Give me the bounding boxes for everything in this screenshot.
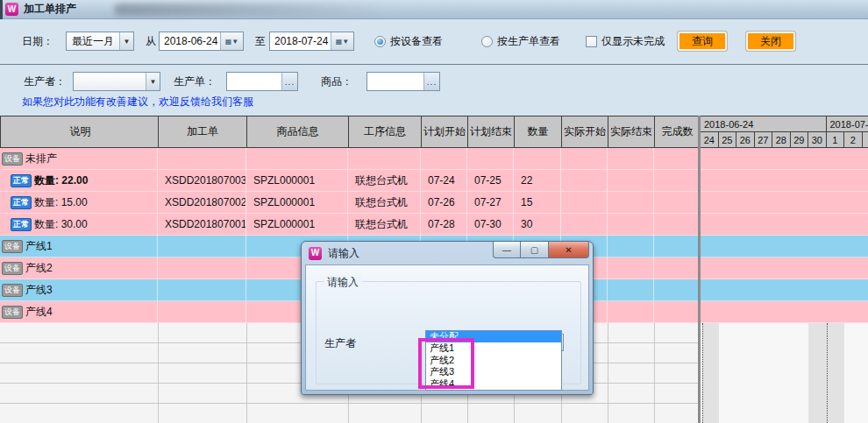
day-header: 2 [844,132,863,148]
device-badge: 设备 [2,306,23,319]
plan-end: 07-30 [467,214,514,235]
radio-selected-icon [374,36,386,47]
feedback-hint-link[interactable]: 如果您对此功能有改善建议，欢迎反馈给我们客服 [22,95,253,109]
order-input[interactable] [227,73,281,90]
chevron-down-icon[interactable]: ▼ [119,32,133,50]
order-no: XSDD201807003/J [158,170,246,191]
qty-desc: 数量: 15.00 [34,195,88,210]
radio-view-by-device[interactable]: 按设备查看 [374,32,443,51]
filter-row-1: 日期： 最近一月 ▼ 从 2018-06-24 ▦▼ 至 2018-07-24 … [0,26,868,56]
status-badge: 正常 [11,196,32,209]
dialog-title-bar[interactable]: W 请输入 — ▢ ✕ [302,242,593,264]
device-name: 产线4 [25,305,53,320]
day-header: 29 [791,132,809,148]
app-logo-icon: W [5,3,18,16]
separator [0,64,868,65]
table-row[interactable]: 正常数量: 30.00 XSDD201807001/J SPZL000001 联… [0,214,868,236]
status-badge: 正常 [11,218,32,231]
browse-products-button[interactable]: ... [423,73,439,90]
to-label: 至 [255,34,266,49]
order-no: XSDD201807001/J [158,214,246,235]
product-info: SPZL000001 [246,170,348,191]
quantity: 15 [514,192,561,213]
device-badge: 设备 [2,284,23,297]
day-header: 24 [701,132,719,148]
order-input-group: ... [226,72,298,91]
order-label: 生产单： [174,74,216,89]
column-header[interactable]: 说明 [1,116,159,147]
radio-view-by-order[interactable]: 按生产单查看 [481,32,560,51]
checkbox-only-unfinished[interactable]: 仅显示未完成 [586,32,665,51]
column-header[interactable]: 数量 [515,116,562,147]
device-badge: 设备 [2,152,23,166]
gantt-date-header: 2018-06-24 2018-07- 24 25 26 27 28 29 30… [701,116,868,148]
device-name: 产线3 [25,283,53,298]
producer-field-label: 生产者 [324,336,356,351]
radio-unselected-icon [481,36,493,47]
annotation-highlight-box [418,338,474,389]
gantt-divider [698,116,701,423]
device-badge: 设备 [2,240,23,253]
from-label: 从 [146,34,156,49]
date-group-header: 2018-07- [827,116,868,131]
column-header[interactable]: 加工单 [159,116,247,147]
window-edge [0,0,3,19]
column-header[interactable]: 工序信息 [349,116,422,147]
chevron-down-icon[interactable]: ▼ [146,73,160,90]
from-date-picker[interactable]: 2018-06-24 ▦▼ [159,32,244,51]
checkbox-icon [586,36,597,47]
plan-end: 07-27 [467,192,514,213]
product-info: SPZL000001 [246,192,348,213]
quantity: 22 [514,170,561,191]
browse-orders-button[interactable]: ... [281,73,297,90]
producer-select[interactable]: ▼ [73,72,160,91]
calendar-icon[interactable]: ▦▼ [331,32,353,50]
day-header: 25 [719,132,737,148]
column-header[interactable]: 商品信息 [247,116,349,147]
day-header: 1 [827,132,845,148]
status-badge: 正常 [11,174,32,187]
device-badge: 设备 [2,262,23,275]
app-window: W 加工单排产 日期： 最近一月 ▼ 从 2018-06-24 ▦▼ 至 201… [0,0,868,423]
page-title: 加工单排产 [24,2,76,17]
date-label: 日期： [22,34,53,49]
process-info: 联想台式机 [348,170,421,191]
date-preset-select[interactable]: 最近一月 ▼ [66,32,134,51]
column-header[interactable]: 计划结束 [468,116,515,147]
close-button[interactable]: 关闭 [745,31,796,52]
qty-desc: 数量: 30.00 [34,217,88,232]
column-header[interactable]: 计划开始 [422,116,468,147]
process-info: 联想台式机 [348,214,421,235]
query-button[interactable]: 查询 [677,31,728,52]
product-input-group: ... [366,72,440,91]
device-group-row[interactable]: 设备未排产 [0,148,868,170]
column-header[interactable]: 实际结束 [608,116,655,147]
maximize-button[interactable]: ▢ [521,242,549,258]
product-label: 商品： [321,74,352,89]
process-info: 联想台式机 [348,192,421,213]
producer-label: 生产者： [24,74,66,89]
device-name: 未排产 [25,152,57,166]
gantt-empty-area [701,323,868,423]
table-row[interactable]: 正常数量: 15.00 XSDD201807002/J SPZL000001 联… [0,192,868,214]
column-header[interactable]: 实际开始 [562,116,608,147]
minimize-button[interactable]: — [493,242,521,258]
calendar-icon[interactable]: ▦▼ [220,32,243,50]
title-bar: W 加工单排产 [0,0,868,19]
date-group-header: 2018-06-24 [701,116,827,131]
day-header: 30 [808,132,827,148]
table-header: 说明 加工单 商品信息 工序信息 计划开始 计划结束 数量 实际开始 实际结束 … [0,116,701,148]
plan-end: 07-25 [467,170,514,191]
qty-desc: 数量: 22.00 [34,173,88,188]
to-date-picker[interactable]: 2018-07-24 ▦▼ [269,32,354,51]
month-boundary-line [827,323,828,423]
plan-start: 07-24 [421,170,467,191]
plan-start: 07-28 [421,214,467,235]
column-header[interactable]: 完成数 [655,116,701,147]
close-window-button[interactable]: ✕ [549,242,589,258]
product-input[interactable] [367,73,423,90]
table-row[interactable]: 正常数量: 22.00 XSDD201807003/J SPZL000001 联… [0,170,868,192]
day-header: 3 [863,132,868,148]
groupbox-label: 请输入 [324,275,362,290]
period-start-line [702,323,703,423]
